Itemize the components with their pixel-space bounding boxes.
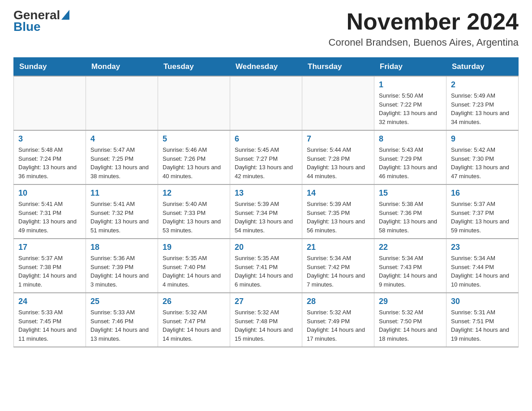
calendar-cell xyxy=(86,76,158,130)
calendar-cell: 30Sunrise: 5:31 AMSunset: 7:51 PMDayligh… xyxy=(446,293,519,347)
day-info: Sunrise: 5:49 AMSunset: 7:23 PMDaylight:… xyxy=(451,91,514,126)
day-info: Sunrise: 5:37 AMSunset: 7:37 PMDaylight:… xyxy=(451,200,514,235)
day-number: 26 xyxy=(163,297,225,306)
day-info: Sunrise: 5:33 AMSunset: 7:45 PMDaylight:… xyxy=(18,308,81,343)
calendar-week-2: 3Sunrise: 5:48 AMSunset: 7:24 PMDaylight… xyxy=(14,130,519,184)
day-number: 29 xyxy=(379,297,442,306)
logo-blue: Blue xyxy=(13,20,41,34)
day-info: Sunrise: 5:34 AMSunset: 7:44 PMDaylight:… xyxy=(451,254,514,289)
day-info: Sunrise: 5:50 AMSunset: 7:22 PMDaylight:… xyxy=(379,91,442,126)
calendar-cell: 9Sunrise: 5:42 AMSunset: 7:30 PMDaylight… xyxy=(446,130,519,184)
day-info: Sunrise: 5:32 AMSunset: 7:50 PMDaylight:… xyxy=(379,308,442,343)
day-info: Sunrise: 5:35 AMSunset: 7:40 PMDaylight:… xyxy=(163,254,225,289)
day-info: Sunrise: 5:32 AMSunset: 7:49 PMDaylight:… xyxy=(307,308,369,343)
day-info: Sunrise: 5:34 AMSunset: 7:43 PMDaylight:… xyxy=(379,254,442,289)
calendar-week-5: 24Sunrise: 5:33 AMSunset: 7:45 PMDayligh… xyxy=(14,293,519,347)
day-number: 20 xyxy=(235,243,297,252)
day-info: Sunrise: 5:45 AMSunset: 7:27 PMDaylight:… xyxy=(235,146,297,180)
day-info: Sunrise: 5:47 AMSunset: 7:25 PMDaylight:… xyxy=(90,146,153,180)
calendar-cell: 13Sunrise: 5:39 AMSunset: 7:34 PMDayligh… xyxy=(230,184,302,239)
calendar-cell: 22Sunrise: 5:34 AMSunset: 7:43 PMDayligh… xyxy=(374,239,446,293)
day-number: 8 xyxy=(379,134,442,144)
logo: General Blue xyxy=(13,9,69,34)
logo-triangle-icon xyxy=(61,10,69,20)
day-number: 13 xyxy=(235,188,297,198)
day-header-sunday: Sunday xyxy=(14,58,86,77)
calendar-cell xyxy=(230,76,302,130)
day-info: Sunrise: 5:31 AMSunset: 7:51 PMDaylight:… xyxy=(451,308,514,343)
day-info: Sunrise: 5:41 AMSunset: 7:32 PMDaylight:… xyxy=(90,200,153,235)
calendar-week-4: 17Sunrise: 5:37 AMSunset: 7:38 PMDayligh… xyxy=(14,239,519,293)
calendar-week-3: 10Sunrise: 5:41 AMSunset: 7:31 PMDayligh… xyxy=(14,184,519,239)
day-number: 3 xyxy=(18,134,81,144)
day-number: 14 xyxy=(307,188,369,198)
calendar-cell: 17Sunrise: 5:37 AMSunset: 7:38 PMDayligh… xyxy=(14,239,86,293)
calendar-cell: 10Sunrise: 5:41 AMSunset: 7:31 PMDayligh… xyxy=(14,184,86,239)
calendar-cell: 6Sunrise: 5:45 AMSunset: 7:27 PMDaylight… xyxy=(230,130,302,184)
svg-marker-0 xyxy=(61,10,69,20)
calendar-cell: 23Sunrise: 5:34 AMSunset: 7:44 PMDayligh… xyxy=(446,239,519,293)
calendar-cell: 16Sunrise: 5:37 AMSunset: 7:37 PMDayligh… xyxy=(446,184,519,239)
calendar-cell: 26Sunrise: 5:32 AMSunset: 7:47 PMDayligh… xyxy=(158,293,230,347)
day-number: 4 xyxy=(90,134,153,144)
day-info: Sunrise: 5:32 AMSunset: 7:48 PMDaylight:… xyxy=(235,308,297,343)
day-header-monday: Monday xyxy=(86,58,158,77)
calendar-table: SundayMondayTuesdayWednesdayThursdayFrid… xyxy=(13,57,519,347)
day-number: 30 xyxy=(451,297,514,306)
title-block: November 2024 Coronel Brandsen, Buenos A… xyxy=(329,9,519,48)
day-number: 6 xyxy=(235,134,297,144)
calendar-cell: 21Sunrise: 5:34 AMSunset: 7:42 PMDayligh… xyxy=(302,239,374,293)
day-header-wednesday: Wednesday xyxy=(230,58,302,77)
day-info: Sunrise: 5:37 AMSunset: 7:38 PMDaylight:… xyxy=(18,254,81,289)
calendar-header-row: SundayMondayTuesdayWednesdayThursdayFrid… xyxy=(14,58,519,77)
calendar-cell xyxy=(14,76,86,130)
calendar-cell: 12Sunrise: 5:40 AMSunset: 7:33 PMDayligh… xyxy=(158,184,230,239)
calendar-cell: 20Sunrise: 5:35 AMSunset: 7:41 PMDayligh… xyxy=(230,239,302,293)
day-info: Sunrise: 5:41 AMSunset: 7:31 PMDaylight:… xyxy=(18,200,81,235)
calendar-cell: 3Sunrise: 5:48 AMSunset: 7:24 PMDaylight… xyxy=(14,130,86,184)
day-number: 9 xyxy=(451,134,514,144)
day-number: 25 xyxy=(90,297,153,306)
day-info: Sunrise: 5:42 AMSunset: 7:30 PMDaylight:… xyxy=(451,146,514,180)
day-number: 10 xyxy=(18,188,81,198)
calendar-cell xyxy=(158,76,230,130)
day-number: 24 xyxy=(18,297,81,306)
day-info: Sunrise: 5:32 AMSunset: 7:47 PMDaylight:… xyxy=(163,308,225,343)
day-header-saturday: Saturday xyxy=(446,58,519,77)
day-info: Sunrise: 5:39 AMSunset: 7:35 PMDaylight:… xyxy=(307,200,369,235)
day-number: 28 xyxy=(307,297,369,306)
page-header: General Blue November 2024 Coronel Brand… xyxy=(13,9,519,48)
day-info: Sunrise: 5:35 AMSunset: 7:41 PMDaylight:… xyxy=(235,254,297,289)
day-info: Sunrise: 5:38 AMSunset: 7:36 PMDaylight:… xyxy=(379,200,442,235)
calendar-cell xyxy=(302,76,374,130)
day-number: 22 xyxy=(379,243,442,252)
calendar-cell: 1Sunrise: 5:50 AMSunset: 7:22 PMDaylight… xyxy=(374,76,446,130)
calendar-cell: 11Sunrise: 5:41 AMSunset: 7:32 PMDayligh… xyxy=(86,184,158,239)
calendar-cell: 29Sunrise: 5:32 AMSunset: 7:50 PMDayligh… xyxy=(374,293,446,347)
day-info: Sunrise: 5:43 AMSunset: 7:29 PMDaylight:… xyxy=(379,146,442,180)
day-number: 5 xyxy=(163,134,225,144)
calendar-cell: 24Sunrise: 5:33 AMSunset: 7:45 PMDayligh… xyxy=(14,293,86,347)
location-title: Coronel Brandsen, Buenos Aires, Argentin… xyxy=(329,37,519,48)
calendar-cell: 4Sunrise: 5:47 AMSunset: 7:25 PMDaylight… xyxy=(86,130,158,184)
calendar-cell: 7Sunrise: 5:44 AMSunset: 7:28 PMDaylight… xyxy=(302,130,374,184)
day-number: 19 xyxy=(163,243,225,252)
day-number: 2 xyxy=(451,80,514,90)
day-number: 12 xyxy=(163,188,225,198)
day-number: 23 xyxy=(451,243,514,252)
calendar-week-1: 1Sunrise: 5:50 AMSunset: 7:22 PMDaylight… xyxy=(14,76,519,130)
day-number: 11 xyxy=(90,188,153,198)
day-header-thursday: Thursday xyxy=(302,58,374,77)
day-info: Sunrise: 5:46 AMSunset: 7:26 PMDaylight:… xyxy=(163,146,225,180)
calendar-cell: 14Sunrise: 5:39 AMSunset: 7:35 PMDayligh… xyxy=(302,184,374,239)
calendar-cell: 5Sunrise: 5:46 AMSunset: 7:26 PMDaylight… xyxy=(158,130,230,184)
day-number: 27 xyxy=(235,297,297,306)
day-info: Sunrise: 5:39 AMSunset: 7:34 PMDaylight:… xyxy=(235,200,297,235)
calendar-cell: 25Sunrise: 5:33 AMSunset: 7:46 PMDayligh… xyxy=(86,293,158,347)
month-title: November 2024 xyxy=(329,9,519,34)
day-info: Sunrise: 5:34 AMSunset: 7:42 PMDaylight:… xyxy=(307,254,369,289)
day-number: 16 xyxy=(451,188,514,198)
day-info: Sunrise: 5:33 AMSunset: 7:46 PMDaylight:… xyxy=(90,308,153,343)
day-number: 17 xyxy=(18,243,81,252)
day-number: 7 xyxy=(307,134,369,144)
